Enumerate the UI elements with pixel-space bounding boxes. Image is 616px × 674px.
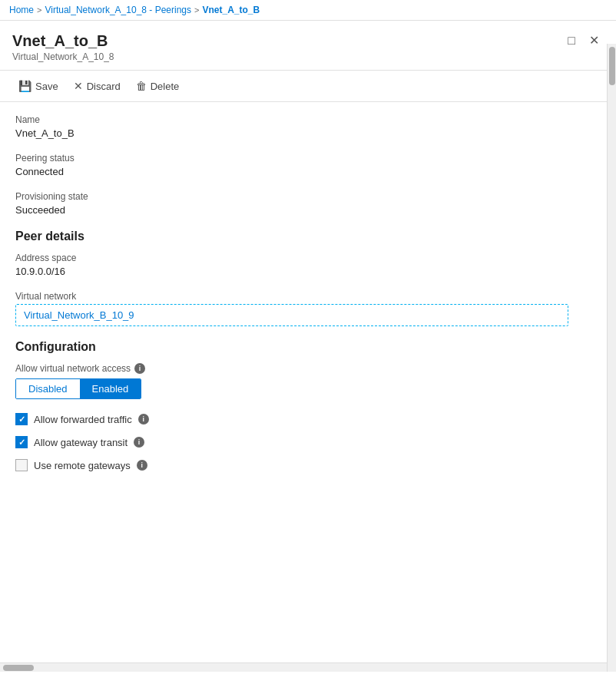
peer-details-heading: Peer details	[15, 230, 594, 243]
bottom-scrollbar-thumb	[3, 665, 34, 671]
allow-forwarded-label: Allow forwarded traffic	[34, 414, 132, 425]
allow-gateway-info-icon[interactable]: i	[134, 437, 144, 448]
address-space-label: Address space	[15, 253, 594, 263]
use-remote-checkbox[interactable]	[15, 459, 28, 471]
virtual-network-label: Virtual network	[15, 291, 594, 302]
allow-gateway-label: Allow gateway transit	[34, 437, 128, 448]
breadcrumb-current: Vnet_A_to_B	[202, 5, 260, 15]
provisioning-state-value: Succeeded	[15, 204, 594, 216]
save-icon: 💾	[18, 80, 31, 92]
discard-label: Discard	[87, 81, 121, 92]
panel-header-actions: □ ✕	[563, 31, 604, 49]
breadcrumb: Home > Virtual_Network_A_10_8 - Peerings…	[0, 0, 616, 21]
allow-vnet-access-label: Allow virtual network access i	[15, 363, 594, 374]
breadcrumb-peerings[interactable]: Virtual_Network_A_10_8 - Peerings	[45, 5, 191, 15]
address-space-value: 10.9.0.0/16	[15, 266, 594, 277]
provisioning-state-group: Provisioning state Succeeded	[15, 191, 594, 216]
allow-forwarded-info-icon[interactable]: i	[138, 414, 149, 425]
content-area: Name Vnet_A_to_B Peering status Connecte…	[0, 102, 616, 672]
toolbar: 💾 Save ✕ Discard 🗑 Delete	[0, 71, 616, 102]
virtual-network-group: Virtual network Virtual_Network_B_10_9	[15, 291, 594, 326]
window-icon-button[interactable]: □	[563, 32, 580, 49]
enabled-toggle-btn[interactable]: Enabled	[80, 379, 141, 398]
bottom-scrollbar[interactable]	[0, 662, 607, 672]
panel-subtitle: Virtual_Network_A_10_8	[12, 51, 114, 62]
close-button[interactable]: ✕	[585, 31, 604, 49]
delete-label: Delete	[151, 81, 180, 92]
discard-icon: ✕	[74, 80, 83, 92]
breadcrumb-sep-1: >	[37, 5, 41, 15]
configuration-heading: Configuration	[15, 340, 594, 354]
window-icon: □	[568, 34, 575, 48]
use-remote-info-icon[interactable]: i	[137, 460, 147, 471]
panel-title-group: Vnet_A_to_B Virtual_Network_A_10_8	[12, 31, 114, 62]
panel-title: Vnet_A_to_B	[12, 31, 114, 50]
save-label: Save	[35, 81, 58, 92]
disabled-toggle-btn[interactable]: Disabled	[16, 379, 80, 398]
main-content: Name Vnet_A_to_B Peering status Connecte…	[15, 114, 601, 659]
name-value: Vnet_A_to_B	[15, 127, 594, 139]
allow-gateway-checkbox[interactable]	[15, 436, 28, 448]
breadcrumb-home[interactable]: Home	[9, 5, 34, 15]
use-remote-label: Use remote gateways	[34, 460, 131, 471]
breadcrumb-sep-2: >	[194, 5, 199, 15]
vnet-access-toggle-group: Disabled Enabled	[15, 378, 141, 399]
address-space-group: Address space 10.9.0.0/16	[15, 253, 594, 277]
allow-gateway-row: Allow gateway transit i	[15, 436, 594, 448]
use-remote-row: Use remote gateways i	[15, 459, 594, 471]
allow-forwarded-checkbox[interactable]	[15, 413, 28, 425]
main-panel: Vnet_A_to_B Virtual_Network_A_10_8 □ ✕ 💾…	[0, 21, 616, 672]
delete-icon: 🗑	[136, 80, 147, 92]
allow-vnet-access-group: Allow virtual network access i Disabled …	[15, 363, 594, 399]
discard-button[interactable]: ✕ Discard	[68, 77, 127, 95]
panel-header: Vnet_A_to_B Virtual_Network_A_10_8 □ ✕	[0, 21, 616, 71]
peering-status-label: Peering status	[15, 153, 594, 164]
name-field-group: Name Vnet_A_to_B	[15, 114, 594, 139]
vnet-input-wrapper[interactable]: Virtual_Network_B_10_9	[15, 304, 568, 326]
delete-button[interactable]: 🗑 Delete	[130, 77, 186, 95]
vnet-input-link[interactable]: Virtual_Network_B_10_9	[24, 309, 134, 321]
allow-vnet-info-icon[interactable]: i	[134, 363, 145, 374]
allow-forwarded-row: Allow forwarded traffic i	[15, 413, 594, 425]
save-button[interactable]: 💾 Save	[12, 77, 65, 95]
provisioning-state-label: Provisioning state	[15, 191, 594, 202]
right-scrollbar[interactable]	[607, 44, 616, 672]
peering-status-group: Peering status Connected	[15, 153, 594, 177]
name-label: Name	[15, 114, 594, 125]
close-icon: ✕	[589, 33, 599, 48]
peering-status-value: Connected	[15, 166, 594, 177]
right-scrollbar-thumb	[609, 47, 615, 85]
